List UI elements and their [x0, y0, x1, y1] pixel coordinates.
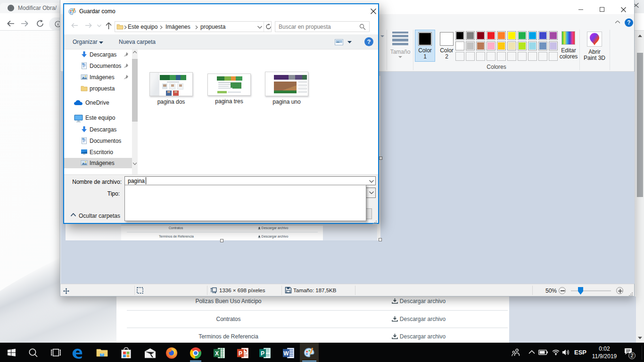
- svg-text:P: P: [239, 350, 242, 357]
- svg-text:W: W: [283, 350, 289, 357]
- svg-text:P: P: [261, 350, 264, 357]
- svg-text:X: X: [215, 350, 219, 357]
